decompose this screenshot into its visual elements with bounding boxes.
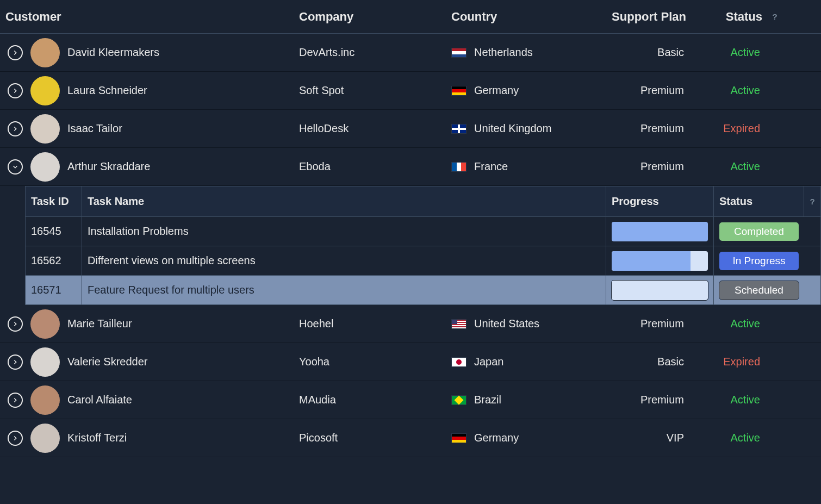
avatar xyxy=(30,38,60,67)
flag-icon xyxy=(451,48,467,58)
avatar xyxy=(30,76,60,105)
support-plan-cell: Premium xyxy=(604,394,686,406)
avatar xyxy=(30,424,60,453)
task-id-cell: 16571 xyxy=(26,276,82,304)
table-row[interactable]: Isaac Tailor HelloDesk United Kingdom Pr… xyxy=(0,110,821,148)
task-row[interactable]: 16562 Different views on multiple screen… xyxy=(26,246,820,276)
table-row[interactable]: Kristoff Terzi Picosoft Germany VIP Acti… xyxy=(0,419,821,457)
table-row[interactable]: Valerie Skredder Yooha Japan Basic Expir… xyxy=(0,343,821,381)
status-cell: Expired xyxy=(696,122,762,135)
chevron-right-icon[interactable] xyxy=(8,393,23,408)
task-row[interactable]: 16571 Feature Request for multiple users… xyxy=(26,276,820,305)
flag-icon xyxy=(451,162,467,172)
customer-name: Laura Schneider xyxy=(67,84,147,97)
support-plan-cell: Basic xyxy=(604,46,686,59)
status-cell: Active xyxy=(696,394,762,406)
column-header-help-icon[interactable]: ? xyxy=(804,186,820,216)
avatar xyxy=(30,152,60,182)
table-row[interactable]: Carol Alfaiate MAudia Brazil Premium Act… xyxy=(0,381,821,419)
avatar xyxy=(30,309,60,339)
column-header-support-plan[interactable]: Support Plan xyxy=(598,10,691,24)
support-plan-cell: Premium xyxy=(604,122,686,135)
country-cell: France xyxy=(446,160,598,173)
country-cell: United States xyxy=(446,318,598,330)
avatar xyxy=(30,385,60,415)
status-cell: Expired xyxy=(696,356,762,368)
customer-name: Arthur Skraddare xyxy=(67,160,150,173)
chevron-right-icon[interactable] xyxy=(8,83,23,98)
table-row[interactable]: Laura Schneider Soft Spot Germany Premiu… xyxy=(0,72,821,110)
progress-cell xyxy=(606,246,714,275)
company-cell: MAudia xyxy=(294,394,446,406)
company-cell: Picosoft xyxy=(294,432,446,444)
table-row[interactable]: Marie Tailleur Hoehel United States Prem… xyxy=(0,305,821,343)
country-cell: Brazil xyxy=(446,394,598,406)
grid-header: Customer Company Country Support Plan St… xyxy=(0,0,821,34)
support-plan-cell: VIP xyxy=(604,432,686,444)
status-cell: Active xyxy=(696,432,762,444)
support-plan-cell: Basic xyxy=(604,356,686,368)
customer-name: Marie Tailleur xyxy=(67,318,132,330)
country-cell: Germany xyxy=(446,84,598,97)
table-row[interactable]: David Kleermakers DevArts.inc Netherland… xyxy=(0,34,821,72)
progress-bar xyxy=(612,222,708,241)
task-name-cell: Feature Request for multiple users xyxy=(82,276,606,304)
column-header-status[interactable]: Status xyxy=(691,10,767,24)
company-cell: Yooha xyxy=(294,356,446,368)
support-plan-cell: Premium xyxy=(604,160,686,173)
task-id-cell: 16562 xyxy=(26,246,82,275)
chevron-right-icon[interactable] xyxy=(8,121,23,136)
column-header-task-id[interactable]: Task ID xyxy=(26,186,82,216)
flag-icon xyxy=(451,395,467,405)
flag-icon xyxy=(451,357,467,367)
column-header-progress[interactable]: Progress xyxy=(606,186,714,216)
column-header-company[interactable]: Company xyxy=(294,10,446,24)
country-cell: Netherlands xyxy=(446,46,598,59)
customer-name: Kristoff Terzi xyxy=(67,432,127,444)
chevron-right-icon[interactable] xyxy=(8,431,23,446)
column-header-country[interactable]: Country xyxy=(446,10,598,24)
customer-grid: Customer Company Country Support Plan St… xyxy=(0,0,821,457)
flag-icon xyxy=(451,433,467,443)
customer-name: Valerie Skredder xyxy=(67,356,147,368)
progress-bar xyxy=(612,281,708,300)
avatar xyxy=(30,114,60,144)
customer-name: Carol Alfaiate xyxy=(67,394,132,406)
avatar xyxy=(30,347,60,377)
task-grid-header: Task ID Task Name Progress Status ? xyxy=(26,186,820,217)
flag-icon xyxy=(451,319,467,329)
status-cell: Active xyxy=(696,84,762,97)
task-name-cell: Installation Problems xyxy=(82,217,606,246)
task-row[interactable]: 16545 Installation Problems Completed xyxy=(26,217,820,246)
status-badge: In Progress xyxy=(719,252,799,270)
column-header-help-icon[interactable]: ? xyxy=(767,12,783,21)
chevron-right-icon[interactable] xyxy=(8,45,23,60)
table-row[interactable]: Arthur Skraddare Eboda France Premium Ac… xyxy=(0,148,821,186)
company-cell: Soft Spot xyxy=(294,84,446,97)
support-plan-cell: Premium xyxy=(604,84,686,97)
chevron-down-icon[interactable] xyxy=(8,159,23,175)
flag-icon xyxy=(451,124,467,134)
status-cell: Active xyxy=(696,318,762,330)
column-header-customer[interactable]: Customer xyxy=(0,10,294,24)
progress-bar xyxy=(612,251,708,271)
column-header-task-name[interactable]: Task Name xyxy=(82,186,606,216)
chevron-right-icon[interactable] xyxy=(8,354,23,370)
country-cell: Japan xyxy=(446,356,598,368)
task-id-cell: 16545 xyxy=(26,217,82,246)
progress-cell xyxy=(606,217,714,246)
country-cell: Germany xyxy=(446,432,598,444)
company-cell: DevArts.inc xyxy=(294,46,446,59)
column-header-task-status[interactable]: Status xyxy=(714,186,804,216)
status-badge: Scheduled xyxy=(719,281,799,300)
task-name-cell: Different views on multiple screens xyxy=(82,246,606,275)
flag-icon xyxy=(451,86,467,96)
company-cell: Hoehel xyxy=(294,318,446,330)
customer-name: Isaac Tailor xyxy=(67,122,122,135)
company-cell: Eboda xyxy=(294,160,446,173)
country-cell: United Kingdom xyxy=(446,122,598,135)
task-grid: Task ID Task Name Progress Status ? 1654… xyxy=(25,186,821,305)
progress-cell xyxy=(606,276,714,304)
chevron-right-icon[interactable] xyxy=(8,316,23,332)
company-cell: HelloDesk xyxy=(294,122,446,135)
